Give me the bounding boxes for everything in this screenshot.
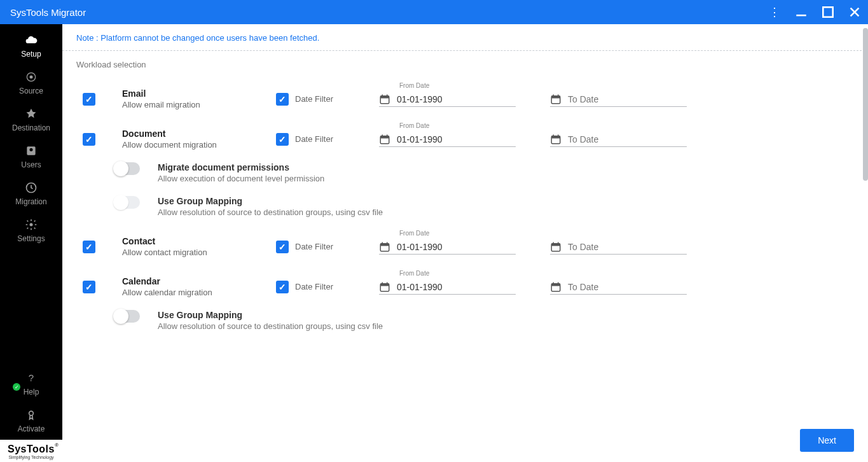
contact-subtitle: Allow contact migration bbox=[122, 248, 256, 257]
document-use-group-mapping-option: Use Group Mapping Allow resolution of so… bbox=[76, 190, 854, 223]
contact-to-date-input[interactable] bbox=[568, 242, 687, 252]
svg-rect-19 bbox=[380, 244, 389, 246]
email-to-date-input[interactable] bbox=[568, 94, 687, 104]
scrollbar[interactable] bbox=[863, 24, 868, 462]
contact-checkbox[interactable] bbox=[83, 241, 95, 253]
migrate-document-permissions-option: Migrate document permissions Allow execu… bbox=[76, 156, 854, 190]
from-date-label: From Date bbox=[399, 270, 429, 277]
document-from-date-input[interactable] bbox=[397, 134, 516, 144]
brand-box: ® SysTools Simplifying Technology bbox=[0, 440, 62, 462]
minimize-button[interactable] bbox=[796, 6, 807, 18]
sidebar-item-label: Setup bbox=[21, 50, 41, 59]
svg-rect-13 bbox=[551, 96, 560, 99]
document-checkbox[interactable] bbox=[83, 133, 95, 146]
svg-rect-21 bbox=[551, 244, 560, 246]
migrate-document-permissions-toggle[interactable] bbox=[114, 162, 140, 175]
svg-point-7 bbox=[30, 223, 33, 227]
destination-icon bbox=[24, 107, 38, 121]
maximize-button[interactable] bbox=[822, 6, 834, 18]
footer: Next bbox=[62, 419, 868, 462]
contact-from-date-input[interactable] bbox=[397, 242, 516, 252]
sidebar-item-label: Help bbox=[24, 388, 39, 396]
date-filter-label: Date Filter bbox=[295, 282, 333, 291]
cloud-icon bbox=[24, 33, 38, 47]
email-title: Email bbox=[122, 88, 256, 99]
contact-title: Contact bbox=[122, 236, 256, 246]
sub-option-title: Use Group Mapping bbox=[158, 196, 383, 206]
sidebar-item-source[interactable]: Source bbox=[0, 65, 62, 102]
document-date-filter-checkbox[interactable] bbox=[276, 133, 289, 146]
sub-option-title: Use Group Mapping bbox=[158, 310, 383, 320]
from-date-label: From Date bbox=[399, 230, 429, 237]
document-to-date-input[interactable] bbox=[568, 134, 687, 144]
calendar-to-date-input[interactable] bbox=[568, 282, 687, 292]
sidebar-item-setup[interactable]: Setup bbox=[0, 28, 62, 65]
workload-row-email: Email Allow email migration Date Filter … bbox=[76, 76, 854, 116]
document-title: Document bbox=[122, 129, 256, 139]
calendar-subtitle: Allow calendar migration bbox=[122, 288, 256, 297]
next-button[interactable]: Next bbox=[800, 429, 854, 452]
workload-row-contact: Contact Allow contact migration Date Fil… bbox=[76, 223, 854, 263]
svg-text:?: ? bbox=[29, 372, 34, 383]
calendar-icon[interactable] bbox=[550, 94, 561, 105]
calendar-icon[interactable] bbox=[379, 134, 390, 145]
sidebar-item-label: Users bbox=[21, 160, 41, 169]
contact-date-filter-checkbox[interactable] bbox=[276, 241, 289, 253]
window-controls bbox=[769, 6, 860, 18]
date-filter-label: Date Filter bbox=[295, 134, 333, 144]
sub-option-title: Migrate document permissions bbox=[158, 162, 324, 172]
sub-option-desc: Allow resolution of source to destinatio… bbox=[158, 321, 383, 331]
sidebar-item-help[interactable]: ? Help bbox=[0, 366, 62, 403]
calendar-icon[interactable] bbox=[379, 94, 390, 105]
date-filter-label: Date Filter bbox=[295, 94, 333, 104]
calendar-icon[interactable] bbox=[550, 281, 561, 293]
email-from-date-input[interactable] bbox=[397, 94, 516, 104]
calendar-date-filter-checkbox[interactable] bbox=[276, 281, 289, 293]
sidebar-item-label: Destination bbox=[12, 123, 50, 132]
calendar-title: Calendar bbox=[122, 276, 256, 286]
sidebar: Setup Source Destination Users Migration bbox=[0, 24, 62, 462]
calendar-icon[interactable] bbox=[550, 241, 561, 253]
scrollbar-thumb[interactable] bbox=[863, 28, 868, 181]
users-icon bbox=[24, 144, 38, 158]
sidebar-item-label: Settings bbox=[17, 234, 45, 243]
date-filter-label: Date Filter bbox=[295, 242, 333, 251]
workload-row-document: Document Allow document migration Date F… bbox=[76, 116, 854, 156]
sidebar-item-migration[interactable]: Migration bbox=[0, 176, 62, 213]
email-subtitle: Allow email migration bbox=[122, 100, 256, 109]
sub-option-desc: Allow execution of document level permis… bbox=[158, 174, 324, 183]
svg-rect-17 bbox=[551, 136, 560, 139]
close-button[interactable] bbox=[849, 6, 860, 18]
activation-status-icon bbox=[13, 383, 20, 391]
sidebar-item-users[interactable]: Users bbox=[0, 139, 62, 176]
calendar-icon[interactable] bbox=[379, 281, 390, 293]
from-date-label: From Date bbox=[399, 82, 429, 89]
svg-rect-15 bbox=[380, 136, 389, 139]
sidebar-item-label: Source bbox=[19, 87, 43, 95]
more-options-icon[interactable] bbox=[769, 6, 780, 18]
brand-name: SysTools bbox=[3, 444, 60, 455]
email-date-filter-checkbox[interactable] bbox=[276, 93, 289, 106]
calendar-from-date-input[interactable] bbox=[397, 282, 516, 292]
calendar-use-group-mapping-option: Use Group Mapping Allow resolution of so… bbox=[76, 304, 854, 337]
svg-rect-25 bbox=[551, 284, 560, 286]
workload-row-calendar: Calendar Allow calendar migration Date F… bbox=[76, 263, 854, 304]
sidebar-item-activate[interactable]: Activate bbox=[0, 403, 62, 440]
workload-list: Email Allow email migration Date Filter … bbox=[62, 69, 868, 337]
activate-icon bbox=[24, 408, 38, 422]
calendar-icon[interactable] bbox=[379, 241, 390, 253]
svg-rect-1 bbox=[823, 7, 832, 17]
calendar-use-group-mapping-toggle[interactable] bbox=[114, 310, 140, 323]
note-bar: Note : Platform cannot be changed once u… bbox=[62, 24, 868, 51]
sub-option-desc: Allow resolution of source to destinatio… bbox=[158, 207, 383, 217]
sidebar-item-settings[interactable]: Settings bbox=[0, 213, 62, 249]
sidebar-item-label: Migration bbox=[15, 197, 46, 206]
document-subtitle: Allow document migration bbox=[122, 140, 256, 150]
help-icon: ? bbox=[24, 371, 38, 385]
svg-point-2 bbox=[30, 76, 33, 79]
sidebar-item-destination[interactable]: Destination bbox=[0, 102, 62, 139]
calendar-checkbox[interactable] bbox=[83, 281, 95, 293]
calendar-icon[interactable] bbox=[550, 134, 561, 145]
svg-rect-11 bbox=[380, 96, 389, 99]
email-checkbox[interactable] bbox=[83, 93, 95, 106]
